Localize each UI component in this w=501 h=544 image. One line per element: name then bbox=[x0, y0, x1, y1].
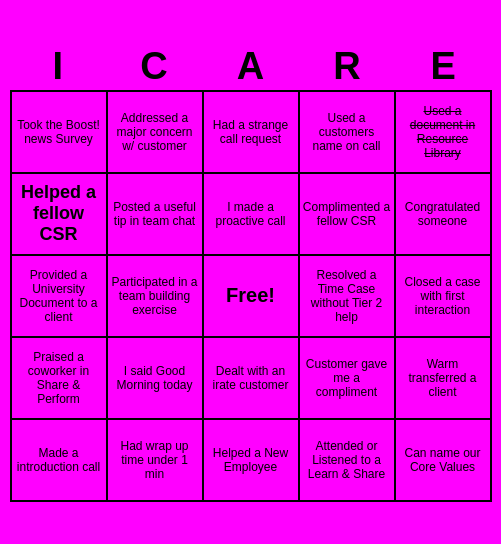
bingo-cell-16[interactable]: I said Good Morning today bbox=[108, 338, 204, 420]
bingo-cell-3[interactable]: Used a customers name on call bbox=[300, 92, 396, 174]
bingo-cell-6[interactable]: Posted a useful tip in team chat bbox=[108, 174, 204, 256]
header-letter-c: C bbox=[106, 43, 202, 90]
bingo-cell-24[interactable]: Can name our Core Values bbox=[396, 420, 492, 502]
header-letter-a: A bbox=[202, 43, 298, 90]
header-row: I C A R E bbox=[10, 43, 492, 90]
bingo-cell-18[interactable]: Customer gave me a compliment bbox=[300, 338, 396, 420]
bingo-cell-17[interactable]: Dealt with an irate customer bbox=[204, 338, 300, 420]
bingo-cell-10[interactable]: Provided a University Document to a clie… bbox=[12, 256, 108, 338]
bingo-cell-5[interactable]: Helped a fellow CSR bbox=[12, 174, 108, 256]
bingo-cell-14[interactable]: Closed a case with first interaction bbox=[396, 256, 492, 338]
bingo-cell-4[interactable]: Used a document in Resource Library bbox=[396, 92, 492, 174]
bingo-cell-1[interactable]: Addressed a major concern w/ customer bbox=[108, 92, 204, 174]
bingo-cell-22[interactable]: Helped a New Employee bbox=[204, 420, 300, 502]
bingo-cell-0[interactable]: Took the Boost! news Survey bbox=[12, 92, 108, 174]
header-letter-e: E bbox=[395, 43, 491, 90]
bingo-cell-2[interactable]: Had a strange call request bbox=[204, 92, 300, 174]
bingo-cell-15[interactable]: Praised a coworker in Share & Perform bbox=[12, 338, 108, 420]
bingo-cell-21[interactable]: Had wrap up time under 1 min bbox=[108, 420, 204, 502]
bingo-cell-12[interactable]: Free! bbox=[204, 256, 300, 338]
bingo-cell-19[interactable]: Warm transferred a client bbox=[396, 338, 492, 420]
bingo-cell-9[interactable]: Congratulated someone bbox=[396, 174, 492, 256]
bingo-grid: Took the Boost! news SurveyAddressed a m… bbox=[10, 90, 492, 502]
bingo-card: I C A R E Took the Boost! news SurveyAdd… bbox=[6, 39, 496, 506]
header-letter-i: I bbox=[10, 43, 106, 90]
header-letter-r: R bbox=[299, 43, 395, 90]
bingo-cell-20[interactable]: Made a introduction call bbox=[12, 420, 108, 502]
bingo-cell-8[interactable]: Complimented a fellow CSR bbox=[300, 174, 396, 256]
bingo-cell-23[interactable]: Attended or Listened to a Learn & Share bbox=[300, 420, 396, 502]
bingo-cell-11[interactable]: Participated in a team building exercise bbox=[108, 256, 204, 338]
bingo-cell-13[interactable]: Resolved a Time Case without Tier 2 help bbox=[300, 256, 396, 338]
bingo-cell-7[interactable]: I made a proactive call bbox=[204, 174, 300, 256]
